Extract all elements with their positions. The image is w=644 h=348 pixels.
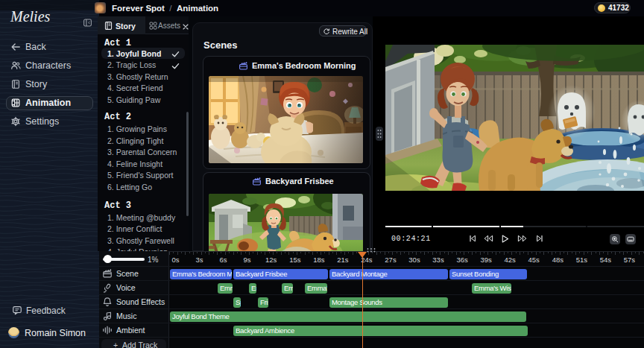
svg-text:Melies: Melies (10, 8, 51, 25)
